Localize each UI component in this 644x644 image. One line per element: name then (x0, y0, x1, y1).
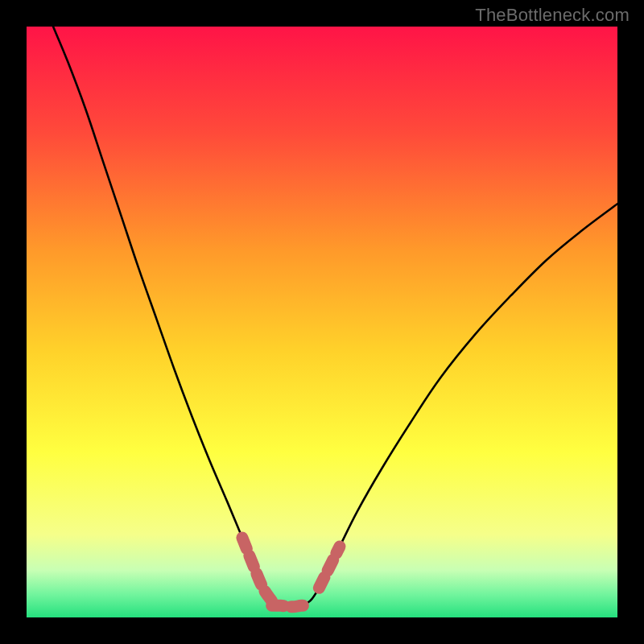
watermark-text: TheBottleneck.com (475, 5, 630, 26)
chart-svg (27, 27, 617, 617)
chart-frame: TheBottleneck.com (0, 0, 644, 644)
plot-area (27, 27, 617, 617)
gradient-background (27, 27, 617, 617)
trough-marker (272, 605, 311, 607)
